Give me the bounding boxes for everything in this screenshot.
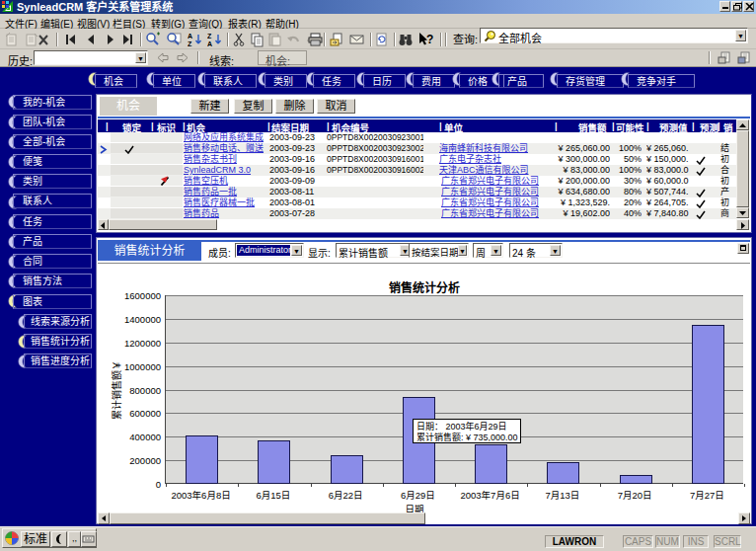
svg-text:?: ? [426,33,433,46]
svg-text:A: A [188,33,192,39]
svg-text:Z: Z [207,33,212,39]
svg-text:A: A [207,40,212,47]
svg-text:Z: Z [188,40,192,47]
